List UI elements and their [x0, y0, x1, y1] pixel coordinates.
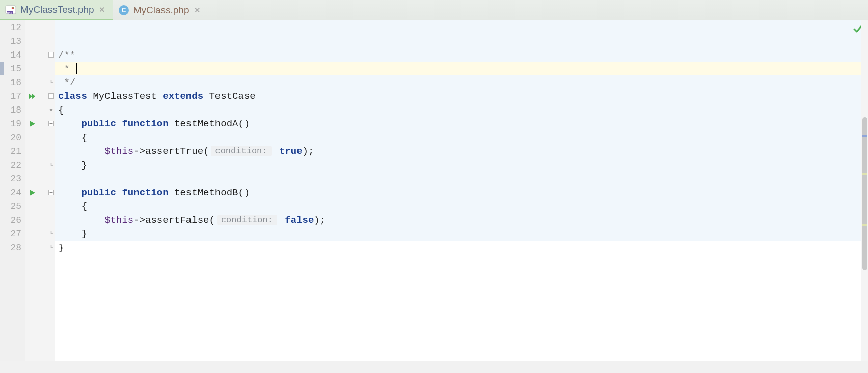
code-token — [279, 215, 285, 226]
tab-bar: php MyClassTest.php ✕ C MyClass.php ✕ — [0, 0, 868, 20]
fold-open-icon[interactable] — [47, 48, 55, 62]
code-token: class — [58, 91, 93, 102]
code-line[interactable] — [55, 20, 868, 34]
svg-marker-17 — [30, 190, 35, 196]
code-token: { — [58, 104, 64, 116]
fold-expand-icon[interactable] — [47, 103, 55, 117]
svg-text:C: C — [121, 7, 126, 14]
inlay-hint: condition: — [211, 146, 271, 156]
code-line[interactable]: { — [55, 103, 868, 117]
code-line[interactable]: $this->assertTrue(condition: true); — [55, 144, 868, 158]
gutter-line[interactable]: 17 — [0, 89, 55, 103]
code-token: true — [279, 146, 303, 157]
code-token: public function — [82, 187, 174, 198]
code-token: } — [58, 159, 87, 171]
code-token — [58, 146, 104, 157]
php-file-icon: php — [5, 4, 16, 15]
code-line[interactable] — [55, 172, 868, 185]
scrollbar-mark[interactable] — [862, 173, 867, 175]
gutter-line[interactable]: 18 — [0, 103, 55, 117]
code-line[interactable]: */ — [55, 75, 868, 89]
code-line[interactable] — [55, 34, 868, 48]
line-number: 20 — [0, 132, 24, 143]
gutter-line[interactable]: 22 — [0, 158, 55, 172]
line-number: 23 — [0, 174, 24, 184]
line-number: 19 — [0, 119, 24, 129]
tab-label: MyClass.php — [133, 5, 189, 16]
code-token: ); — [303, 146, 314, 157]
scrollbar-mark[interactable] — [862, 135, 867, 137]
code-token: { — [58, 201, 87, 212]
line-number: 21 — [0, 146, 24, 156]
gutter-line[interactable]: 24 — [0, 185, 55, 199]
text-caret — [76, 63, 77, 74]
code-line[interactable]: } — [55, 227, 868, 241]
gutter-line[interactable]: 19 — [0, 117, 55, 130]
code-line[interactable]: { — [55, 199, 868, 213]
gutter-line[interactable]: 13 — [0, 34, 55, 48]
scrollbar-thumb[interactable] — [862, 117, 867, 270]
code-line[interactable]: public function testMethodA() — [55, 117, 868, 130]
svg-marker-13 — [49, 109, 53, 112]
fold-open-icon[interactable] — [47, 117, 55, 130]
line-number: 13 — [0, 36, 24, 46]
line-number: 16 — [0, 77, 24, 88]
svg-marker-10 — [32, 93, 35, 99]
run-test-icon[interactable] — [28, 185, 38, 199]
fold-close-icon[interactable] — [47, 75, 55, 89]
vertical-scrollbar[interactable] — [861, 20, 868, 361]
line-number: 17 — [0, 91, 24, 101]
code-line[interactable]: * — [55, 62, 868, 75]
code-token: */ — [58, 77, 75, 88]
code-token — [58, 118, 82, 129]
code-token: ->assertFalse( — [133, 215, 215, 226]
code-token: ); — [314, 215, 326, 226]
code-token: ->assertTrue( — [133, 146, 209, 157]
fold-open-icon[interactable] — [47, 185, 55, 199]
tab-myclasstest[interactable]: php MyClassTest.php ✕ — [0, 0, 113, 20]
scrollbar-mark[interactable] — [862, 224, 867, 226]
run-all-icon[interactable] — [28, 89, 38, 103]
run-test-icon[interactable] — [28, 117, 38, 130]
close-icon[interactable]: ✕ — [194, 6, 202, 14]
code-line[interactable]: } — [55, 158, 868, 172]
fold-close-icon[interactable] — [47, 241, 55, 254]
gutter-line[interactable]: 28 — [0, 241, 55, 254]
code-line[interactable]: class MyClassTest extends TestCase — [55, 89, 868, 103]
line-number: 12 — [0, 22, 24, 33]
code-token: } — [58, 242, 64, 253]
code-line[interactable]: } — [55, 241, 868, 254]
code-line[interactable]: public function testMethodB() — [55, 185, 868, 199]
code-token: $this — [104, 146, 133, 157]
code-line[interactable]: { — [55, 130, 868, 144]
gutter-line[interactable]: 25 — [0, 199, 55, 213]
line-number: 24 — [0, 188, 24, 198]
code-pane[interactable]: /** * */class MyClassTest extends TestCa… — [55, 20, 868, 361]
code-line[interactable]: /** — [55, 48, 868, 62]
svg-marker-9 — [29, 93, 32, 99]
fold-open-icon[interactable] — [47, 89, 55, 103]
line-number: 25 — [0, 201, 24, 211]
code-token: extends — [162, 91, 209, 102]
fold-close-icon[interactable] — [47, 158, 55, 172]
gutter-line[interactable]: 26 — [0, 213, 55, 227]
gutter-line[interactable]: 12 — [0, 20, 55, 34]
tab-myclass[interactable]: C MyClass.php ✕ — [113, 0, 208, 20]
code-token — [58, 187, 82, 198]
status-bar — [0, 361, 868, 373]
gutter-line[interactable]: 16 — [0, 75, 55, 89]
fold-close-icon[interactable] — [47, 227, 55, 241]
code-token: } — [58, 228, 87, 239]
code-line[interactable]: $this->assertFalse(condition: false); — [55, 213, 868, 227]
gutter-line[interactable]: 23 — [0, 172, 55, 185]
close-icon[interactable]: ✕ — [98, 6, 106, 14]
line-number: 14 — [0, 50, 24, 60]
gutter-line[interactable]: 21 — [0, 144, 55, 158]
gutter-line[interactable]: 27 — [0, 227, 55, 241]
gutter-line[interactable]: 15 — [0, 62, 55, 75]
gutter-line[interactable]: 14 — [0, 48, 55, 62]
code-token: * — [58, 63, 75, 74]
line-number: 26 — [0, 215, 24, 225]
svg-marker-14 — [30, 121, 35, 127]
gutter-line[interactable]: 20 — [0, 130, 55, 144]
